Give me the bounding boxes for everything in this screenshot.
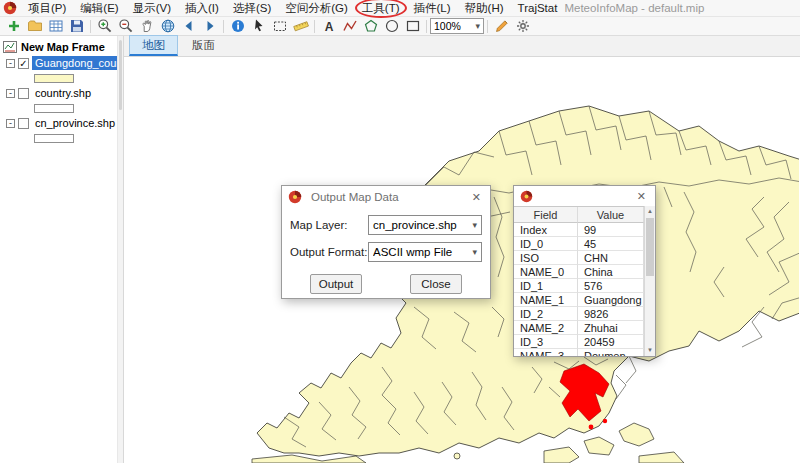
island-polygon	[454, 453, 460, 459]
output-format-value: ASCII wmp File	[373, 246, 469, 258]
close-button[interactable]: Close	[410, 274, 462, 294]
scrollbar-thumb[interactable]	[646, 218, 654, 276]
value-cell: 99	[578, 223, 644, 237]
expand-toggle-icon[interactable]: -	[6, 119, 15, 128]
map-layer-label: Map Layer:	[290, 219, 368, 231]
next-extent-icon[interactable]	[199, 17, 220, 35]
field-cell: NAME_2	[514, 321, 578, 335]
table-row[interactable]: ID_29826	[514, 307, 644, 321]
draw-polyline-icon[interactable]	[339, 17, 360, 35]
chevron-down-icon: ▾	[472, 220, 477, 230]
attribute-title-bar[interactable]: ✕	[514, 186, 655, 206]
draw-polygon-icon[interactable]	[360, 17, 381, 35]
prev-extent-icon[interactable]	[178, 17, 199, 35]
menu-plugins[interactable]: 插件(L)	[407, 0, 458, 16]
select-feature-icon[interactable]	[248, 17, 269, 35]
layer-checkbox[interactable]	[18, 118, 29, 129]
table-row[interactable]: NAME_3Doumen	[514, 349, 644, 356]
output-button[interactable]: Output	[310, 274, 362, 294]
add-frame-icon[interactable]	[3, 17, 24, 35]
layers-table-icon[interactable]	[45, 17, 66, 35]
app-logo-icon	[3, 1, 17, 15]
view-tabs: 地图 版面	[124, 36, 800, 57]
attribute-logo-icon	[520, 190, 533, 203]
layer-item-cn-province[interactable]: - cn_province.shp	[0, 115, 117, 131]
table-row[interactable]: NAME_2Zhuhai	[514, 321, 644, 335]
layer-item-guangdong-county[interactable]: - ✓ Guangdong_county.shp	[0, 55, 117, 71]
field-cell: NAME_3	[514, 349, 578, 356]
table-row[interactable]: NAME_1Guangdong	[514, 293, 644, 307]
expand-toggle-icon[interactable]: -	[6, 59, 15, 68]
legend-scrollbar[interactable]	[117, 36, 124, 463]
selected-county-island	[603, 419, 607, 423]
menu-tools[interactable]: 工具(T)	[355, 0, 407, 18]
full-extent-icon[interactable]	[157, 17, 178, 35]
measure-icon[interactable]	[290, 17, 311, 35]
expand-toggle-icon[interactable]: -	[6, 89, 15, 98]
scroll-up-icon[interactable]: ▲	[645, 206, 655, 217]
island-polygon	[584, 437, 614, 455]
meteoinfomap-window: 项目(P) 编辑(E) 显示(V) 插入(I) 选择(S) 空间分析(G) 工具…	[0, 0, 800, 463]
tab-map[interactable]: 地图	[129, 35, 178, 56]
label-icon[interactable]: A	[318, 17, 339, 35]
table-row[interactable]: NAME_0China	[514, 265, 644, 279]
identify-icon[interactable]	[227, 17, 248, 35]
map-frame-icon	[3, 41, 17, 53]
menu-bar: 项目(P) 编辑(E) 显示(V) 插入(I) 选择(S) 空间分析(G) 工具…	[0, 0, 800, 17]
tab-layout[interactable]: 版面	[180, 36, 227, 56]
map-canvas[interactable]: Output Map Data ✕ Map Layer: cn_province…	[124, 57, 800, 463]
table-row[interactable]: ID_045	[514, 237, 644, 251]
select-rectangle-icon[interactable]	[269, 17, 290, 35]
value-cell: 576	[578, 279, 644, 293]
layer-label[interactable]: cn_province.shp	[32, 116, 118, 130]
menu-trajstat[interactable]: TrajStat	[511, 0, 565, 16]
save-project-icon[interactable]	[66, 17, 87, 35]
layer-swatch	[34, 74, 74, 83]
dialog-title-bar[interactable]: Output Map Data ✕	[282, 186, 490, 208]
main-toolbar: A 100% ▾	[0, 17, 800, 36]
output-format-select[interactable]: ASCII wmp File ▾	[368, 242, 482, 262]
menu-project[interactable]: 项目(P)	[21, 0, 73, 16]
zoom-in-icon[interactable]	[94, 17, 115, 35]
menu-help[interactable]: 帮助(H)	[458, 0, 511, 16]
open-project-icon[interactable]	[24, 17, 45, 35]
layer-swatch	[34, 134, 74, 143]
table-row[interactable]: ID_1576	[514, 279, 644, 293]
scroll-down-icon[interactable]: ▼	[645, 345, 655, 356]
layer-item-country[interactable]: - country.shp	[0, 85, 117, 101]
field-cell: ID_1	[514, 279, 578, 293]
map-layer-select[interactable]: cn_province.shp ▾	[368, 215, 482, 235]
chevron-down-icon: ▾	[475, 21, 480, 31]
field-cell: ID_2	[514, 307, 578, 321]
island-polygon	[252, 455, 366, 463]
field-cell: ISO	[514, 251, 578, 265]
edit-pencil-icon[interactable]	[491, 17, 512, 35]
layer-checkbox[interactable]: ✓	[18, 58, 29, 69]
pan-icon[interactable]	[136, 17, 157, 35]
menu-edit[interactable]: 编辑(E)	[73, 0, 125, 16]
map-frame-node[interactable]: New Map Frame	[0, 39, 117, 55]
layer-checkbox[interactable]	[18, 88, 29, 99]
attribute-scrollbar[interactable]: ▲ ▼	[644, 206, 655, 356]
attribute-window: ✕ Field Value Index99 ID_045 ISOCHN NAME…	[513, 185, 656, 357]
table-row[interactable]: ID_320459	[514, 335, 644, 349]
draw-rectangle-icon[interactable]	[402, 17, 423, 35]
value-cell: Guangdong	[578, 293, 644, 307]
settings-gear-icon[interactable]	[512, 17, 533, 35]
layer-label[interactable]: country.shp	[32, 86, 94, 100]
draw-circle-icon[interactable]	[381, 17, 402, 35]
dialog-close-icon[interactable]: ✕	[469, 191, 484, 204]
menu-selection[interactable]: 选择(S)	[226, 0, 278, 16]
attribute-close-icon[interactable]: ✕	[634, 190, 649, 203]
value-cell: 9826	[578, 307, 644, 321]
menu-view[interactable]: 显示(V)	[126, 0, 178, 16]
value-cell: China	[578, 265, 644, 279]
menu-insert[interactable]: 插入(I)	[178, 0, 226, 16]
table-row[interactable]: Index99	[514, 223, 644, 237]
zoom-level-combo[interactable]: 100% ▾	[430, 18, 484, 34]
field-cell: NAME_1	[514, 293, 578, 307]
menu-geoprocessing[interactable]: 空间分析(G)	[278, 0, 355, 16]
zoom-out-icon[interactable]	[115, 17, 136, 35]
island-polygon	[544, 447, 579, 463]
table-row[interactable]: ISOCHN	[514, 251, 644, 265]
